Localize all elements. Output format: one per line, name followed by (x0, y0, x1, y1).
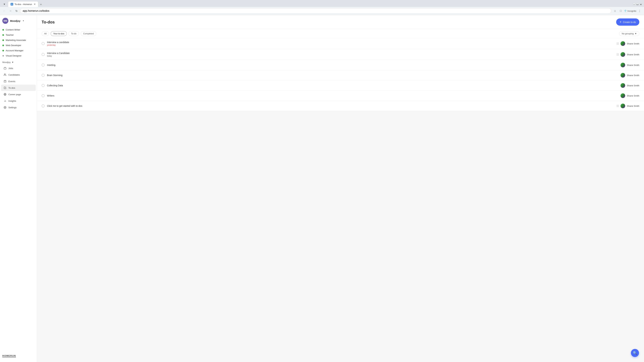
sidebar-item-settings[interactable]: Settings (1, 104, 36, 111)
todo-title: Interview a Candidate (47, 52, 614, 54)
filter-todo-button[interactable]: To-do (68, 31, 79, 36)
svg-rect-2 (4, 80, 6, 82)
tab-close-button[interactable]: ✕ (34, 3, 36, 5)
create-todo-button[interactable]: + Create to-do (616, 18, 639, 26)
back-button[interactable]: ← (2, 8, 7, 13)
todo-right: ☷ Shane Smith (616, 104, 639, 108)
sidebar-item-candidates[interactable]: Candidates (1, 71, 36, 78)
checkbox-icon (3, 86, 7, 89)
sidebar-item-insights[interactable]: Insights (1, 98, 36, 104)
avatar-img (620, 104, 625, 108)
job-item-teacher[interactable]: Teacher (0, 32, 37, 37)
sidebar-item-events[interactable]: Events (1, 78, 36, 84)
title-bar: ▼ H To-dos - Homerun ✕ + – ▭ ✕ (0, 0, 644, 7)
close-button[interactable]: ✕ (640, 3, 642, 5)
maximize-button[interactable]: ▭ (636, 3, 639, 5)
todo-title: Click me to get started with to-dos (47, 105, 614, 107)
org-section: Moodjoy ▼ (0, 59, 37, 64)
grouping-button[interactable]: No grouping ▼ (619, 31, 639, 36)
todo-checkbox[interactable] (42, 74, 44, 77)
avatar-img (620, 83, 625, 88)
todo-item[interactable]: Click me to get started with to-dos ☷ Sh… (37, 101, 644, 111)
job-title: Account Manager (6, 49, 24, 52)
avatar-img (620, 73, 625, 78)
sidebar-item-career-page[interactable]: Career page (1, 91, 36, 97)
job-item-visual-designer[interactable]: Visual Designer (0, 53, 37, 58)
todo-item[interactable]: Brain Storming Shane Smith (37, 70, 644, 80)
forward-button[interactable]: → (8, 8, 13, 13)
create-plus-icon: + (620, 20, 622, 24)
filter-all-button[interactable]: All (42, 31, 49, 36)
address-bar[interactable]: app.homerun.co/todos (20, 8, 611, 13)
extensions-button[interactable]: □ (618, 8, 623, 13)
job-dot-open (2, 34, 4, 36)
avatar-img (620, 41, 625, 46)
avatar (620, 104, 625, 108)
todo-info: Writers (47, 94, 618, 97)
todo-checkbox[interactable] (42, 84, 44, 87)
filter-completed-button[interactable]: Completed (81, 31, 96, 36)
job-item-content-writer[interactable]: Content Writer (0, 27, 37, 32)
page-title: To-dos (42, 20, 55, 24)
todo-right: Shane Smith (620, 73, 639, 78)
org-section-label[interactable]: Moodjoy ▼ (2, 61, 34, 63)
todo-info: Collecting Data (47, 84, 618, 87)
avatar-img (620, 63, 625, 67)
chart-icon (3, 99, 7, 103)
job-title: Marketing Associate (6, 39, 26, 41)
job-title: Content Writer (6, 28, 20, 31)
active-tab[interactable]: H To-dos - Homerun ✕ (8, 1, 38, 7)
browser-chrome: ▼ H To-dos - Homerun ✕ + – ▭ ✕ ← → ↻ app… (0, 0, 644, 15)
calendar-icon (3, 80, 7, 83)
todo-checkbox[interactable] (42, 53, 44, 56)
todo-info: Click me to get started with to-dos (47, 105, 614, 107)
nav-label-insights: Insights (8, 100, 16, 102)
todo-checkbox[interactable] (42, 42, 44, 45)
job-title: Visual Designer (6, 54, 22, 57)
sidebar: MM Moodjoy ▼ Content Writer Teacher Mark… (0, 15, 37, 362)
nav-list: Jobs Candidates Events (0, 64, 37, 111)
reload-button[interactable]: ↻ (14, 8, 19, 13)
notes-icon: ☷ (616, 53, 619, 56)
create-btn-label: Create to-do (623, 21, 636, 23)
search-fab[interactable]: 🔍 (631, 349, 639, 357)
todo-title: Collecting Data (47, 84, 618, 87)
assigned-name: Shane Smith (627, 84, 639, 87)
people-icon (3, 73, 7, 76)
todo-date: yesterday (47, 44, 614, 46)
job-item-marketing-associate[interactable]: Marketing Associate (0, 37, 37, 43)
todo-checkbox[interactable] (42, 63, 44, 66)
job-dot-draft (2, 55, 4, 57)
job-dot-open (2, 50, 4, 51)
todo-item[interactable]: meeting. Shane Smith (37, 60, 644, 70)
todo-info: Brain Storming (47, 74, 618, 77)
org-header[interactable]: MM Moodjoy ▼ (0, 15, 37, 26)
todo-right: Shane Smith (620, 83, 639, 88)
tab-switcher[interactable]: ▼ (2, 2, 7, 6)
menu-button[interactable]: ⋮ (637, 8, 642, 13)
sidebar-item-todos[interactable]: To-dos (1, 85, 36, 91)
filter-your-todos-button[interactable]: Your to-dos (51, 31, 67, 36)
avatar (620, 83, 625, 88)
bookmark-button[interactable]: ☆ (613, 8, 617, 13)
todo-checkbox[interactable] (42, 94, 44, 97)
avatar-img (620, 52, 625, 57)
todo-item[interactable]: Interview a candidate yesterday ☷ Shane … (37, 38, 644, 49)
window-controls: – ▭ ✕ (633, 3, 642, 5)
new-tab-button[interactable]: + (38, 2, 43, 7)
minimize-button[interactable]: – (633, 3, 635, 5)
org-chevron-icon: ▼ (22, 20, 24, 22)
gear-icon (3, 106, 7, 109)
job-item-web-developer[interactable]: Web Developer (0, 43, 37, 48)
todo-item[interactable]: Writers Shane Smith (37, 91, 644, 101)
assigned-name: Shane Smith (627, 74, 639, 77)
sidebar-item-jobs[interactable]: Jobs (1, 65, 36, 71)
briefcase-icon (3, 66, 7, 70)
todo-item[interactable]: Interview a Candidate today ☷ Shane Smit… (37, 49, 644, 60)
todo-checkbox[interactable] (42, 104, 44, 107)
job-item-account-manager[interactable]: Account Manager (0, 48, 37, 53)
todo-info: Interview a candidate yesterday (47, 41, 614, 46)
todo-item[interactable]: Collecting Data Shane Smith (37, 80, 644, 91)
notes-icon: ☷ (616, 104, 619, 108)
todo-right: ☷ Shane Smith (616, 52, 639, 57)
